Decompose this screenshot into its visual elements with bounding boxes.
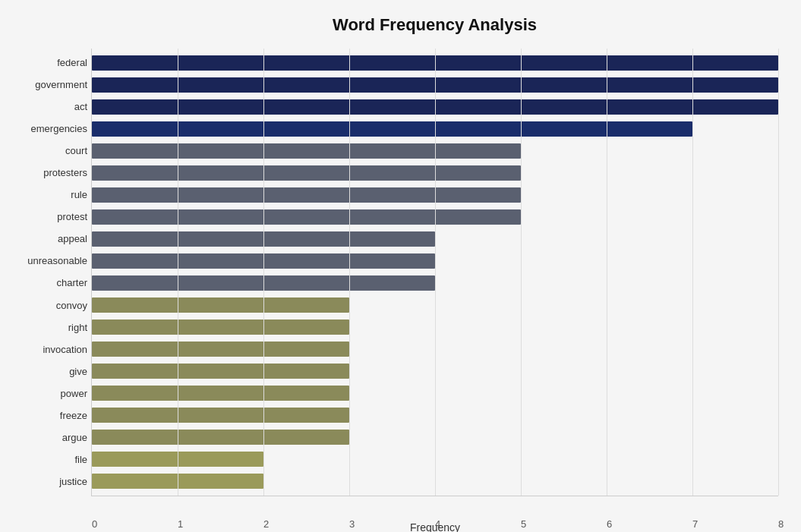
chart-container: Word Frequency Analysis federalgovernmen… [0,0,801,532]
bar [92,121,692,137]
bar-label: protest [4,211,87,222]
grid-line [263,49,264,496]
bar-label: unreasonable [4,255,87,266]
bar [92,364,349,379]
bar-label: appeal [4,233,87,244]
grid-line [521,49,522,496]
grid-line [435,49,436,496]
bar-label: argue [4,432,87,443]
bar-label: right [4,322,87,333]
bar-label: invocation [4,344,87,355]
bar-label: court [4,145,87,156]
x-axis-label: Frequency [410,521,460,532]
bar-label: emergencies [4,123,87,134]
bar [92,342,349,357]
bar-label: power [4,388,87,399]
bar [92,408,349,423]
bar [92,143,521,159]
bar-label: file [4,454,87,465]
bar-label: convoy [4,300,87,311]
bar [92,430,349,445]
chart-title: Word Frequency Analysis [91,15,778,35]
bar [92,297,349,313]
bar-label: freeze [4,410,87,421]
bar-label: protesters [4,167,87,178]
bar [92,386,349,401]
bar [92,187,521,203]
bar-label: justice [4,476,87,487]
bar-label: give [4,366,87,377]
bar-label: act [4,101,87,112]
bar [92,209,521,225]
chart-area: federalgovernmentactemergenciescourtprot… [91,49,778,496]
grid-line [178,49,178,496]
grid-line [692,49,693,496]
grid-line [607,49,607,496]
bar [92,165,521,181]
bar [92,320,349,335]
bar-label: charter [4,277,87,288]
bar-label: government [4,79,87,90]
bar-label: rule [4,189,87,200]
grid-line [349,49,350,496]
bar-label: federal [4,57,87,68]
grid-line [778,49,779,496]
